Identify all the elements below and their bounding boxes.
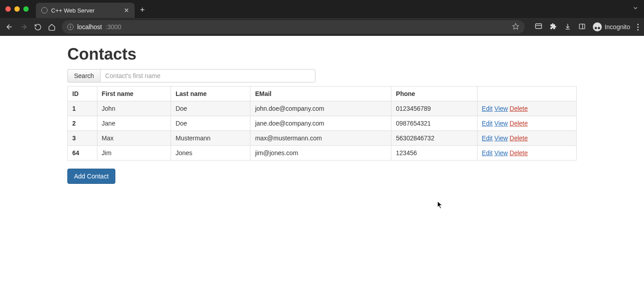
- cell-actions: Edit View Delete: [477, 116, 576, 131]
- cell-id: 3: [68, 131, 97, 146]
- new-tab-button[interactable]: +: [140, 5, 145, 15]
- cell-last-name: Mustermann: [171, 131, 250, 146]
- cell-id: 2: [68, 116, 97, 131]
- cell-actions: Edit View Delete: [477, 146, 576, 161]
- browser-chrome: C++ Web Server ✕ + i localhost:3000: [0, 0, 644, 36]
- browser-titlebar: C++ Web Server ✕ +: [0, 0, 644, 18]
- bookmark-star-icon[interactable]: [512, 23, 519, 31]
- site-info-icon[interactable]: i: [67, 24, 74, 30]
- cell-phone: 0123456789: [391, 101, 477, 116]
- reload-button[interactable]: [34, 23, 42, 31]
- home-button[interactable]: [48, 23, 56, 31]
- forward-button[interactable]: [20, 23, 28, 31]
- browser-menu-icon[interactable]: [637, 24, 639, 30]
- browser-tab[interactable]: C++ Web Server ✕: [36, 3, 135, 18]
- tab-title: C++ Web Server: [51, 7, 95, 14]
- cell-email: jim@jones.com: [250, 146, 391, 161]
- cell-last-name: Doe: [171, 116, 250, 131]
- edit-link[interactable]: Edit: [482, 149, 493, 157]
- search-group: Search: [67, 69, 577, 83]
- table-header-row: ID First name Last name EMail Phone: [68, 87, 577, 101]
- view-link[interactable]: View: [495, 120, 508, 127]
- edit-link[interactable]: Edit: [482, 120, 493, 127]
- cell-actions: Edit View Delete: [477, 131, 576, 146]
- cell-id: 1: [68, 101, 97, 116]
- cell-first-name: Jane: [97, 116, 171, 131]
- svg-marker-2: [513, 23, 519, 29]
- search-input[interactable]: [100, 69, 315, 83]
- minimize-window-icon[interactable]: [14, 6, 20, 12]
- close-window-icon[interactable]: [5, 6, 11, 12]
- delete-link[interactable]: Delete: [510, 149, 528, 157]
- maximize-window-icon[interactable]: [23, 6, 29, 12]
- url-host: localhost: [77, 23, 102, 30]
- table-row: 64JimJonesjim@jones.com123456Edit View D…: [68, 146, 577, 161]
- col-last-name: Last name: [171, 87, 250, 101]
- cell-phone: 0987654321: [391, 116, 477, 131]
- cell-first-name: Jim: [97, 146, 171, 161]
- edit-link[interactable]: Edit: [482, 105, 493, 112]
- search-button[interactable]: Search: [67, 69, 100, 83]
- col-first-name: First name: [97, 87, 171, 101]
- back-button[interactable]: [5, 23, 13, 31]
- incognito-label: Incognito: [605, 23, 630, 30]
- view-link[interactable]: View: [495, 135, 508, 142]
- table-row: 3MaxMustermannmax@mustermann.com56302846…: [68, 131, 577, 146]
- cell-last-name: Doe: [171, 101, 250, 116]
- close-tab-icon[interactable]: ✕: [124, 7, 129, 14]
- delete-link[interactable]: Delete: [510, 120, 528, 127]
- cell-email: max@mustermann.com: [250, 131, 391, 146]
- cell-last-name: Jones: [171, 146, 250, 161]
- cell-email: jane.doe@company.com: [250, 116, 391, 131]
- globe-icon: [41, 7, 48, 13]
- col-actions: [477, 87, 576, 101]
- page-content: Contacts Search ID First name Last name …: [0, 36, 644, 193]
- delete-link[interactable]: Delete: [510, 105, 528, 112]
- toolbar-right-icons: Incognito: [534, 22, 639, 32]
- cell-actions: Edit View Delete: [477, 101, 576, 116]
- incognito-badge[interactable]: Incognito: [593, 22, 630, 31]
- cell-id: 64: [68, 146, 97, 161]
- address-bar[interactable]: i localhost:3000: [62, 20, 525, 34]
- add-contact-button[interactable]: Add Contact: [67, 169, 115, 184]
- svg-rect-3: [535, 24, 542, 29]
- view-link[interactable]: View: [495, 149, 508, 157]
- delete-link[interactable]: Delete: [510, 135, 528, 142]
- browser-toolbar: i localhost:3000 Incognito: [0, 18, 644, 36]
- svg-rect-6: [579, 24, 585, 29]
- table-row: 2JaneDoejane.doe@company.com0987654321Ed…: [68, 116, 577, 131]
- page-title: Contacts: [67, 45, 577, 64]
- downloads-icon[interactable]: [564, 23, 571, 31]
- window-controls: [5, 6, 29, 12]
- translate-icon[interactable]: [534, 22, 543, 32]
- incognito-icon: [593, 22, 602, 31]
- cell-phone: 123456: [391, 146, 477, 161]
- col-phone: Phone: [391, 87, 477, 101]
- url-port: :3000: [105, 23, 121, 30]
- panel-icon[interactable]: [578, 23, 586, 31]
- contacts-table: ID First name Last name EMail Phone 1Joh…: [67, 86, 577, 161]
- cell-phone: 56302846732: [391, 131, 477, 146]
- tabs-overflow-icon[interactable]: [632, 5, 639, 13]
- edit-link[interactable]: Edit: [482, 135, 493, 142]
- extensions-icon[interactable]: [550, 23, 557, 31]
- cell-first-name: John: [97, 101, 171, 116]
- view-link[interactable]: View: [495, 105, 508, 112]
- col-email: EMail: [250, 87, 391, 101]
- cell-email: john.doe@company.com: [250, 101, 391, 116]
- cell-first-name: Max: [97, 131, 171, 146]
- table-row: 1JohnDoejohn.doe@company.com0123456789Ed…: [68, 101, 577, 116]
- col-id: ID: [68, 87, 97, 101]
